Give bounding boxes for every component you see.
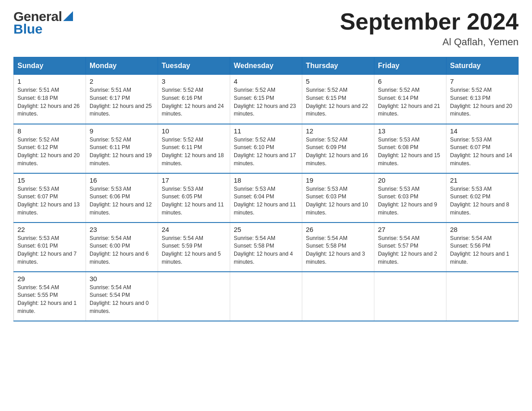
- day-info: Sunrise: 5:54 AMSunset: 5:58 PMDaylight:…: [306, 235, 365, 265]
- calendar-title-block: September 2024 Al Qaflah, Yemen: [340, 9, 519, 48]
- table-row: 7 Sunrise: 5:52 AMSunset: 6:13 PMDayligh…: [446, 75, 519, 124]
- weekday-header-row: Sunday Monday Tuesday Wednesday Thursday…: [14, 57, 519, 75]
- table-row: 2 Sunrise: 5:51 AMSunset: 6:17 PMDayligh…: [86, 75, 158, 124]
- table-row: [230, 272, 302, 321]
- header-thursday: Thursday: [302, 57, 374, 75]
- calendar-month-year: September 2024: [340, 9, 519, 34]
- table-row: 13 Sunrise: 5:53 AMSunset: 6:08 PMDaylig…: [374, 124, 446, 173]
- table-row: 25 Sunrise: 5:54 AMSunset: 5:58 PMDaylig…: [230, 223, 302, 272]
- table-row: 22 Sunrise: 5:53 AMSunset: 6:01 PMDaylig…: [14, 223, 86, 272]
- table-row: 11 Sunrise: 5:52 AMSunset: 6:10 PMDaylig…: [230, 124, 302, 173]
- header-friday: Friday: [374, 57, 446, 75]
- day-info: Sunrise: 5:53 AMSunset: 6:01 PMDaylight:…: [17, 235, 77, 265]
- calendar-table: Sunday Monday Tuesday Wednesday Thursday…: [13, 57, 519, 321]
- day-number: 19: [306, 176, 370, 184]
- day-info: Sunrise: 5:52 AMSunset: 6:14 PMDaylight:…: [378, 87, 440, 117]
- day-info: Sunrise: 5:52 AMSunset: 6:13 PMDaylight:…: [450, 87, 512, 117]
- table-row: 24 Sunrise: 5:54 AMSunset: 5:59 PMDaylig…: [158, 223, 230, 272]
- day-number: 8: [17, 127, 82, 135]
- table-row: 20 Sunrise: 5:53 AMSunset: 6:03 PMDaylig…: [374, 173, 446, 223]
- table-row: 26 Sunrise: 5:54 AMSunset: 5:58 PMDaylig…: [302, 223, 374, 272]
- table-row: 4 Sunrise: 5:52 AMSunset: 6:15 PMDayligh…: [230, 75, 302, 124]
- day-number: 7: [450, 77, 515, 85]
- table-row: 17 Sunrise: 5:53 AMSunset: 6:05 PMDaylig…: [158, 173, 230, 223]
- day-number: 3: [162, 77, 226, 85]
- table-row: 23 Sunrise: 5:54 AMSunset: 6:00 PMDaylig…: [86, 223, 158, 272]
- day-info: Sunrise: 5:54 AMSunset: 5:57 PMDaylight:…: [378, 235, 437, 265]
- header-monday: Monday: [86, 57, 158, 75]
- day-number: 23: [90, 226, 154, 233]
- day-number: 12: [306, 127, 370, 135]
- calendar-week-row: 15 Sunrise: 5:53 AMSunset: 6:07 PMDaylig…: [14, 173, 519, 223]
- day-number: 28: [450, 226, 515, 233]
- page-header: General Blue September 2024 Al Qaflah, Y…: [13, 9, 519, 48]
- logo-blue-text: Blue: [13, 21, 43, 37]
- day-info: Sunrise: 5:52 AMSunset: 6:16 PMDaylight:…: [162, 87, 224, 117]
- day-info: Sunrise: 5:54 AMSunset: 5:58 PMDaylight:…: [234, 235, 293, 265]
- day-number: 24: [162, 226, 226, 233]
- header-wednesday: Wednesday: [230, 57, 302, 75]
- table-row: 5 Sunrise: 5:52 AMSunset: 6:15 PMDayligh…: [302, 75, 374, 124]
- calendar-week-row: 8 Sunrise: 5:52 AMSunset: 6:12 PMDayligh…: [14, 124, 519, 173]
- day-info: Sunrise: 5:54 AMSunset: 5:59 PMDaylight:…: [162, 235, 221, 265]
- day-info: Sunrise: 5:52 AMSunset: 6:12 PMDaylight:…: [17, 137, 80, 167]
- table-row: 12 Sunrise: 5:52 AMSunset: 6:09 PMDaylig…: [302, 124, 374, 173]
- day-number: 27: [378, 226, 442, 233]
- day-info: Sunrise: 5:53 AMSunset: 6:05 PMDaylight:…: [162, 186, 224, 216]
- logo-triangle-icon: [63, 11, 73, 21]
- table-row: 14 Sunrise: 5:53 AMSunset: 6:07 PMDaylig…: [446, 124, 519, 173]
- day-number: 11: [234, 127, 298, 135]
- day-number: 2: [90, 77, 154, 85]
- calendar-week-row: 22 Sunrise: 5:53 AMSunset: 6:01 PMDaylig…: [14, 223, 519, 272]
- day-info: Sunrise: 5:53 AMSunset: 6:02 PMDaylight:…: [450, 186, 509, 216]
- day-number: 13: [378, 127, 442, 135]
- day-number: 29: [17, 275, 82, 283]
- day-number: 18: [234, 176, 298, 184]
- day-number: 10: [162, 127, 226, 135]
- table-row: [302, 272, 374, 321]
- day-info: Sunrise: 5:52 AMSunset: 6:15 PMDaylight:…: [306, 87, 368, 117]
- table-row: 21 Sunrise: 5:53 AMSunset: 6:02 PMDaylig…: [446, 173, 519, 223]
- table-row: 28 Sunrise: 5:54 AMSunset: 5:56 PMDaylig…: [446, 223, 519, 272]
- logo: General Blue: [13, 9, 73, 37]
- day-number: 25: [234, 226, 298, 233]
- day-info: Sunrise: 5:52 AMSunset: 6:10 PMDaylight:…: [234, 137, 296, 167]
- day-info: Sunrise: 5:53 AMSunset: 6:03 PMDaylight:…: [378, 186, 437, 216]
- day-number: 14: [450, 127, 515, 135]
- table-row: 16 Sunrise: 5:53 AMSunset: 6:06 PMDaylig…: [86, 173, 158, 223]
- day-number: 15: [17, 176, 82, 184]
- table-row: 27 Sunrise: 5:54 AMSunset: 5:57 PMDaylig…: [374, 223, 446, 272]
- day-number: 20: [378, 176, 442, 184]
- table-row: [374, 272, 446, 321]
- table-row: 9 Sunrise: 5:52 AMSunset: 6:11 PMDayligh…: [86, 124, 158, 173]
- day-info: Sunrise: 5:53 AMSunset: 6:07 PMDaylight:…: [450, 137, 512, 167]
- day-number: 1: [17, 77, 82, 85]
- day-info: Sunrise: 5:52 AMSunset: 6:09 PMDaylight:…: [306, 137, 368, 167]
- day-number: 5: [306, 77, 370, 85]
- day-info: Sunrise: 5:51 AMSunset: 6:17 PMDaylight:…: [90, 87, 152, 117]
- day-info: Sunrise: 5:54 AMSunset: 6:00 PMDaylight:…: [90, 235, 149, 265]
- day-info: Sunrise: 5:53 AMSunset: 6:03 PMDaylight:…: [306, 186, 368, 216]
- table-row: 15 Sunrise: 5:53 AMSunset: 6:07 PMDaylig…: [14, 173, 86, 223]
- table-row: 8 Sunrise: 5:52 AMSunset: 6:12 PMDayligh…: [14, 124, 86, 173]
- table-row: 18 Sunrise: 5:53 AMSunset: 6:04 PMDaylig…: [230, 173, 302, 223]
- day-number: 16: [90, 176, 154, 184]
- table-row: 19 Sunrise: 5:53 AMSunset: 6:03 PMDaylig…: [302, 173, 374, 223]
- calendar-week-row: 29 Sunrise: 5:54 AMSunset: 5:55 PMDaylig…: [14, 272, 519, 321]
- table-row: 1 Sunrise: 5:51 AMSunset: 6:18 PMDayligh…: [14, 75, 86, 124]
- table-row: 3 Sunrise: 5:52 AMSunset: 6:16 PMDayligh…: [158, 75, 230, 124]
- header-saturday: Saturday: [446, 57, 519, 75]
- day-info: Sunrise: 5:53 AMSunset: 6:07 PMDaylight:…: [17, 186, 80, 216]
- day-number: 9: [90, 127, 154, 135]
- table-row: 6 Sunrise: 5:52 AMSunset: 6:14 PMDayligh…: [374, 75, 446, 124]
- day-number: 17: [162, 176, 226, 184]
- day-info: Sunrise: 5:53 AMSunset: 6:04 PMDaylight:…: [234, 186, 296, 216]
- day-info: Sunrise: 5:54 AMSunset: 5:55 PMDaylight:…: [17, 284, 77, 314]
- table-row: 30 Sunrise: 5:54 AMSunset: 5:54 PMDaylig…: [86, 272, 158, 321]
- table-row: 10 Sunrise: 5:52 AMSunset: 6:11 PMDaylig…: [158, 124, 230, 173]
- table-row: [446, 272, 519, 321]
- day-number: 6: [378, 77, 442, 85]
- header-tuesday: Tuesday: [158, 57, 230, 75]
- header-sunday: Sunday: [14, 57, 86, 75]
- day-info: Sunrise: 5:54 AMSunset: 5:56 PMDaylight:…: [450, 235, 509, 265]
